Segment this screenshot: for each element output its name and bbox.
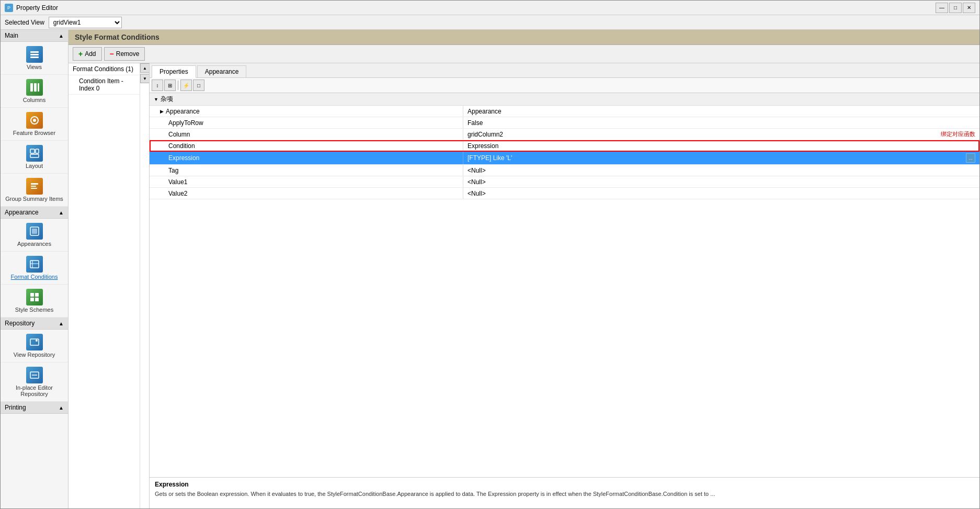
- sidebar-section-repository[interactable]: Repository ▲: [1, 318, 68, 330]
- sidebar-item-formatcond-label: Format Conditions: [11, 274, 58, 280]
- tab-bar: Properties Appearance: [150, 63, 979, 78]
- prop-name-expression-text: Expression: [168, 154, 199, 162]
- prop-row-appearance: ▶ Appearance Appearance: [150, 106, 979, 117]
- prop-layout-button[interactable]: □: [193, 80, 204, 91]
- maximize-button[interactable]: □: [949, 3, 962, 13]
- sidebar-item-layout-label: Layout: [26, 163, 43, 169]
- formatcond-icon: [26, 256, 43, 273]
- sidebar: Main ▲ Views Columns Feature Browser: [1, 30, 69, 508]
- sidebar-item-inplace-label: In-place Editor Repository: [3, 384, 66, 397]
- prop-row-column: Column gridColumn2 绑定对应函数: [150, 129, 979, 140]
- sidebar-item-layout[interactable]: Layout: [1, 141, 68, 174]
- prop-toolbar-divider: [178, 81, 178, 90]
- description-panel: Expression Gets or sets the Boolean expr…: [150, 477, 979, 508]
- sidebar-section-main[interactable]: Main ▲: [1, 30, 68, 42]
- prop-filter-button[interactable]: ⚡: [180, 80, 192, 91]
- layout-svg: [29, 148, 40, 159]
- tab-properties[interactable]: Properties: [152, 65, 196, 78]
- prop-name-expression: Expression: [150, 152, 463, 164]
- prop-expand-appearance[interactable]: ▶: [160, 109, 164, 114]
- svg-rect-5: [38, 83, 39, 92]
- prop-row-value2: Value2 <Null>: [150, 188, 979, 199]
- title-bar: P Property Editor — □ ✕: [1, 1, 979, 15]
- prop-group-misc[interactable]: ▼ 杂项: [150, 93, 979, 106]
- svg-rect-16: [30, 261, 39, 268]
- minimize-button[interactable]: —: [936, 3, 948, 13]
- tree-scroll-up[interactable]: ▲: [140, 63, 149, 73]
- svg-rect-10: [30, 154, 39, 157]
- panel-toolbar: + Add − Remove: [69, 45, 979, 63]
- prop-table: ▼ 杂项 ▶ Appearance Appearance: [150, 93, 979, 477]
- columns-icon: [26, 79, 43, 96]
- prop-value-appearance: Appearance: [463, 106, 979, 117]
- prop-value-value1-text: <Null>: [468, 178, 975, 186]
- prop-name-value2: Value2: [150, 188, 463, 199]
- prop-row-apply-to-row: ApplyToRow False: [150, 117, 979, 129]
- tree-content: Format Conditions (1) Condition Item - I…: [69, 63, 140, 508]
- prop-value-expression: [FTYPE] Like 'L' ...: [463, 152, 979, 164]
- prop-row-expression[interactable]: Expression [FTYPE] Like 'L' ...: [150, 152, 979, 165]
- prop-name-tag-text: Tag: [168, 167, 178, 174]
- prop-value-apply-to-row: False: [463, 117, 979, 128]
- prop-value-appearance-text: Appearance: [468, 108, 975, 115]
- appearances-svg: [29, 226, 40, 236]
- prop-expression-edit-button[interactable]: ...: [966, 153, 975, 163]
- prop-value-expression-text: [FTYPE] Like 'L': [468, 154, 966, 162]
- inplace-svg: [29, 370, 40, 380]
- add-label: Add: [85, 50, 96, 58]
- selected-view-select[interactable]: gridView1: [49, 17, 122, 28]
- main-content: Main ▲ Views Columns Feature Browser: [1, 30, 979, 508]
- sidebar-item-views[interactable]: Views: [1, 42, 68, 75]
- svg-rect-8: [30, 149, 35, 153]
- viewrepo-svg: [29, 337, 40, 347]
- formatcond-svg: [29, 259, 40, 269]
- tree-item-format-conditions[interactable]: Format Conditions (1): [69, 63, 140, 75]
- prop-grid-button[interactable]: ⊞: [164, 80, 176, 91]
- sidebar-item-inplace-editor[interactable]: In-place Editor Repository: [1, 363, 68, 402]
- tree-item-condition-item[interactable]: Condition Item - Index 0: [69, 75, 140, 95]
- sidebar-section-appearance[interactable]: Appearance ▲: [1, 207, 68, 219]
- tab-appearance-label: Appearance: [205, 68, 239, 75]
- prop-name-column-text: Column: [168, 131, 190, 138]
- sidebar-item-style-schemes[interactable]: Style Schemes: [1, 285, 68, 318]
- prop-name-tag: Tag: [150, 165, 463, 176]
- views-svg: [29, 49, 40, 60]
- prop-sort-button[interactable]: ↕: [152, 80, 163, 91]
- close-button[interactable]: ✕: [963, 3, 975, 13]
- prop-row-value1: Value1 <Null>: [150, 176, 979, 188]
- sidebar-item-appearances-label: Appearances: [17, 241, 51, 247]
- right-panel: Style Format Conditions + Add − Remove: [69, 30, 979, 508]
- sidebar-item-view-repository[interactable]: View Repository: [1, 330, 68, 363]
- sidebar-item-format-conditions[interactable]: Format Conditions: [1, 252, 68, 285]
- prop-toolbar: ↕ ⊞ ⚡ □: [150, 78, 979, 93]
- feature-icon: [26, 112, 43, 129]
- svg-rect-4: [34, 83, 37, 92]
- svg-rect-0: [30, 51, 39, 53]
- tree-scroll-down[interactable]: ▼: [140, 74, 149, 83]
- remove-button[interactable]: − Remove: [104, 47, 145, 61]
- groupsum-svg: [29, 181, 40, 191]
- sidebar-item-columns[interactable]: Columns: [1, 75, 68, 108]
- sidebar-item-feature-browser[interactable]: Feature Browser: [1, 108, 68, 141]
- sidebar-item-group-summary[interactable]: Group Summary Items: [1, 174, 68, 207]
- sidebar-item-columns-label: Columns: [23, 97, 45, 103]
- sidebar-item-groupsum-label: Group Summary Items: [5, 196, 63, 202]
- tab-appearance[interactable]: Appearance: [197, 65, 247, 77]
- prop-value-column: gridColumn2 绑定对应函数: [463, 129, 979, 140]
- prop-name-column: Column: [150, 129, 463, 140]
- prop-value-condition: Expression: [463, 140, 979, 151]
- prop-name-value1: Value1: [150, 176, 463, 187]
- sidebar-section-printing[interactable]: Printing ▲: [1, 402, 68, 414]
- groupsum-icon: [26, 178, 43, 195]
- prop-name-appearance: ▶ Appearance: [150, 106, 463, 117]
- content-area: Format Conditions (1) Condition Item - I…: [69, 63, 979, 508]
- add-button[interactable]: + Add: [73, 47, 102, 61]
- svg-rect-11: [31, 183, 38, 185]
- tree-panel: Format Conditions (1) Condition Item - I…: [69, 63, 150, 508]
- appearances-icon: [26, 223, 43, 240]
- columns-svg: [29, 82, 40, 93]
- views-icon: [26, 46, 43, 63]
- tree-scroll-side: ▲ ▼: [140, 63, 149, 508]
- svg-rect-20: [35, 293, 39, 297]
- sidebar-item-appearances[interactable]: Appearances: [1, 219, 68, 252]
